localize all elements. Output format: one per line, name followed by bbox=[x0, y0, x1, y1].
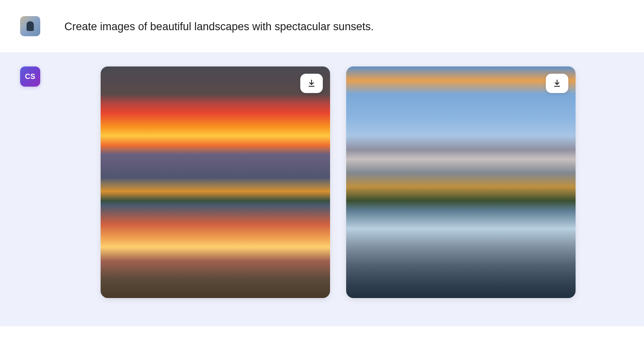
user-prompt-text: Create images of beautiful landscapes wi… bbox=[64, 16, 374, 35]
ai-avatar: CS bbox=[20, 66, 40, 87]
ai-response-section: CS bbox=[0, 52, 644, 326]
generated-image-1 bbox=[101, 66, 330, 298]
user-message-section: Create images of beautiful landscapes wi… bbox=[0, 0, 644, 52]
download-button[interactable] bbox=[546, 74, 568, 93]
image-card[interactable] bbox=[346, 66, 576, 298]
user-avatar bbox=[20, 16, 40, 36]
generated-images-container bbox=[101, 66, 576, 298]
generated-image-2 bbox=[346, 66, 576, 298]
download-icon bbox=[553, 79, 561, 88]
download-button[interactable] bbox=[300, 74, 323, 93]
image-card[interactable] bbox=[101, 66, 330, 298]
download-icon bbox=[307, 79, 316, 88]
ai-avatar-label: CS bbox=[25, 72, 35, 81]
